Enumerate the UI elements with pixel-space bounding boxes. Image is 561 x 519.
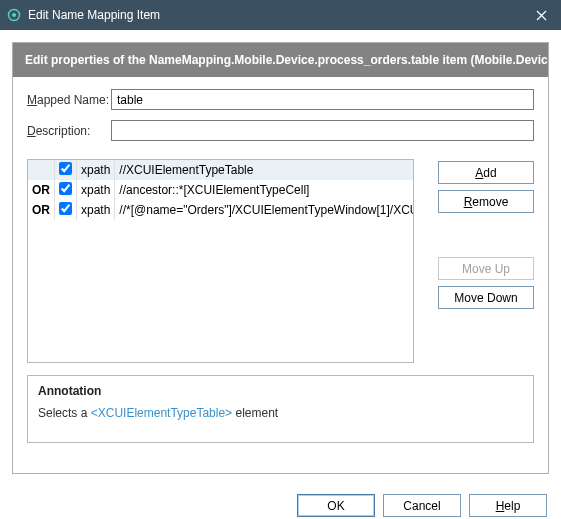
titlebar: Edit Name Mapping Item [0, 0, 561, 30]
row-value[interactable]: //*[@name="Orders"]/XCUIElementTypeWindo… [115, 200, 414, 220]
row-checkbox-cell [55, 200, 77, 220]
add-button[interactable]: Add [438, 161, 534, 184]
description-label: Description: [27, 124, 111, 138]
form-area: Mapped Name: Description: [13, 77, 548, 159]
window-title: Edit Name Mapping Item [28, 8, 160, 22]
cancel-button[interactable]: Cancel [383, 494, 461, 517]
row-checkbox[interactable] [59, 182, 72, 195]
mapped-name-label: Mapped Name: [27, 93, 111, 107]
svg-point-1 [12, 13, 16, 17]
dialog-content: Edit properties of the NameMapping.Mobil… [0, 42, 561, 519]
description-row: Description: [27, 120, 534, 141]
move-up-button: Move Up [438, 257, 534, 280]
row-operator [28, 160, 55, 180]
row-type[interactable]: xpath [77, 180, 115, 200]
move-down-button[interactable]: Move Down [438, 286, 534, 309]
table-row[interactable]: ORxpath//*[@name="Orders"]/XCUIElementTy… [28, 200, 414, 220]
mapped-name-row: Mapped Name: [27, 89, 534, 110]
main-panel: Edit properties of the NameMapping.Mobil… [12, 42, 549, 474]
row-operator: OR [28, 180, 55, 200]
row-value[interactable]: //XCUIElementTypeTable [115, 160, 414, 180]
row-checkbox[interactable] [59, 202, 72, 215]
ok-button[interactable]: OK [297, 494, 375, 517]
close-icon [536, 10, 547, 21]
help-button[interactable]: Help [469, 494, 547, 517]
table-row[interactable]: xpath//XCUIElementTypeTable [28, 160, 414, 180]
selectors-grid[interactable]: xpath//XCUIElementTypeTableORxpath//ance… [27, 159, 414, 363]
table-row[interactable]: ORxpath//ancestor::*[XCUIElementTypeCell… [28, 180, 414, 200]
annotation-panel: Annotation Selects a <XCUIElementTypeTab… [27, 375, 534, 443]
annotation-title: Annotation [38, 384, 523, 398]
side-buttons: Add Remove Move Up Move Down [438, 159, 534, 363]
bottom-bar: OK Cancel Help [0, 484, 561, 519]
annotation-element-link[interactable]: <XCUIElementTypeTable> [91, 406, 232, 420]
header-strip: Edit properties of the NameMapping.Mobil… [13, 43, 548, 77]
annotation-text: Selects a <XCUIElementTypeTable> element [38, 406, 523, 420]
row-type[interactable]: xpath [77, 160, 115, 180]
app-icon [6, 7, 22, 23]
mapped-name-input[interactable] [111, 89, 534, 110]
row-checkbox-cell [55, 160, 77, 180]
row-operator: OR [28, 200, 55, 220]
row-type[interactable]: xpath [77, 200, 115, 220]
remove-button[interactable]: Remove [438, 190, 534, 213]
row-checkbox-cell [55, 180, 77, 200]
selectors-table: xpath//XCUIElementTypeTableORxpath//ance… [28, 160, 414, 220]
row-value[interactable]: //ancestor::*[XCUIElementTypeCell] [115, 180, 414, 200]
middle-area: xpath//XCUIElementTypeTableORxpath//ance… [13, 159, 548, 363]
description-input[interactable] [111, 120, 534, 141]
row-checkbox[interactable] [59, 162, 72, 175]
close-button[interactable] [521, 0, 561, 30]
